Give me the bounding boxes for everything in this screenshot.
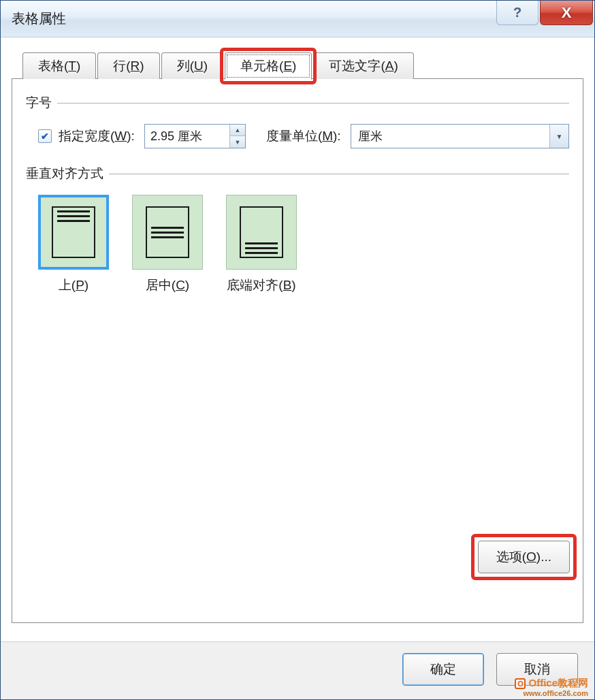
valign-group-title: 垂直对齐方式	[26, 165, 103, 182]
valign-option-bottom[interactable]: 底端对齐(B)	[226, 195, 297, 294]
valign-center-icon	[132, 195, 203, 270]
ok-button[interactable]: 确定	[402, 653, 484, 686]
titlebar-buttons: ? X	[496, 1, 594, 28]
valign-top-icon	[38, 195, 109, 270]
checkbox-icon: ✔	[38, 129, 52, 143]
width-input[interactable]	[145, 125, 229, 148]
valign-top-label: 上(P)	[59, 276, 89, 294]
dialog-title: 表格属性	[12, 10, 66, 28]
preferred-width-checkbox[interactable]: ✔ 指定宽度(W):	[38, 127, 135, 145]
measure-unit-dropdown[interactable]: 厘米 ▼	[351, 124, 569, 148]
tab-cell[interactable]: 单元格(E)	[225, 52, 312, 80]
preferred-width-label: 指定宽度(W):	[59, 127, 135, 145]
spinner-up-button[interactable]: ▲	[230, 125, 245, 136]
divider	[109, 174, 569, 174]
tab-column[interactable]: 列(U)	[161, 52, 223, 79]
divider	[57, 103, 569, 104]
valign-option-top[interactable]: 上(P)	[38, 195, 109, 294]
tab-table[interactable]: 表格(T)	[22, 52, 96, 79]
valign-center-label: 居中(C)	[146, 276, 189, 294]
content-area: 表格(T) 行(R) 列(U) 单元格(E) 可选文字(A) 字号	[1, 37, 594, 641]
chevron-down-icon: ▼	[549, 125, 568, 148]
vertical-alignment-group: 垂直对齐方式 上(P)	[26, 165, 569, 294]
measure-unit-label: 度量单位(M):	[266, 127, 341, 145]
table-properties-dialog: 表格属性 ? X 表格(T) 行(R) 列(U) 单元格(E)	[0, 0, 595, 700]
options-button[interactable]: 选项(O)...	[478, 541, 570, 573]
valign-bottom-label: 底端对齐(B)	[227, 276, 295, 294]
close-button[interactable]: X	[540, 1, 593, 25]
tab-alt-text[interactable]: 可选文字(A)	[313, 52, 413, 79]
size-group-title: 字号	[26, 94, 52, 112]
spinner-down-button[interactable]: ▼	[230, 136, 245, 148]
titlebar: 表格属性 ? X	[1, 1, 594, 37]
width-spinner[interactable]: ▲ ▼	[144, 124, 246, 148]
valign-option-center[interactable]: 居中(C)	[132, 195, 203, 294]
size-group: 字号 ✔ 指定宽度(W): ▲ ▼	[26, 94, 569, 148]
options-button-wrap: 选项(O)...	[478, 541, 570, 573]
close-icon: X	[562, 4, 572, 22]
cancel-button[interactable]: 取消	[496, 653, 578, 686]
valign-bottom-icon	[226, 195, 297, 270]
help-button[interactable]: ?	[496, 1, 538, 25]
help-icon: ?	[513, 5, 521, 20]
dialog-footer: 确定 取消	[1, 641, 594, 699]
measure-unit-value: 厘米	[358, 128, 383, 144]
tabs-row: 表格(T) 行(R) 列(U) 单元格(E) 可选文字(A)	[22, 52, 583, 79]
tab-row[interactable]: 行(R)	[97, 52, 159, 79]
